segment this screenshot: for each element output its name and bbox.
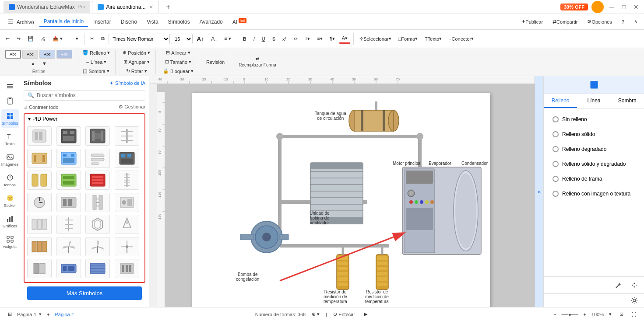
font-size-select[interactable]: 16: [171, 34, 193, 44]
size-button[interactable]: ⊡ Tamaño ▾: [162, 58, 194, 66]
sidebar-item-text[interactable]: T Texto: [1, 130, 19, 149]
symbol-1[interactable]: [27, 126, 52, 146]
symbol-8[interactable]: [115, 149, 139, 168]
fullscreen-button[interactable]: ⛶: [629, 311, 639, 318]
style-box-1[interactable]: Abc: [5, 50, 21, 59]
copy-button[interactable]: ⧉: [98, 34, 108, 43]
style-box-4[interactable]: Abc: [56, 50, 72, 59]
fill-option-gradient[interactable]: Relleno degradado: [549, 143, 639, 155]
decrease-font-button[interactable]: A↓: [208, 34, 220, 44]
library-header[interactable]: ▾ PID Power: [25, 114, 144, 124]
panel-settings-button[interactable]: [628, 296, 640, 305]
symbol-13[interactable]: [27, 193, 52, 212]
shadow-button[interactable]: ◫ Sombra ▾: [80, 67, 112, 75]
undo-button[interactable]: ↩: [3, 34, 13, 43]
list-button[interactable]: ≡▾: [314, 34, 325, 43]
symbol-2[interactable]: [56, 126, 81, 146]
menu-diseno[interactable]: Diseño: [116, 17, 141, 27]
select-button[interactable]: ⊹ Seleccionar ▾: [356, 34, 394, 43]
discount-badge[interactable]: 30% OFF: [560, 3, 588, 10]
sidebar-item-images[interactable]: Imágenes: [1, 150, 19, 169]
symbol-6[interactable]: [56, 149, 81, 168]
menu-ai[interactable]: Al hot: [228, 17, 251, 27]
zoom-in-button[interactable]: +: [581, 311, 588, 318]
fill-option-solid[interactable]: Relleno sólido: [549, 129, 639, 140]
italic-button[interactable]: I: [250, 35, 258, 43]
tab-linea[interactable]: Línea: [577, 94, 610, 108]
move-button[interactable]: [628, 280, 640, 290]
group-button[interactable]: ⊞ Agrupar ▾: [121, 58, 152, 66]
style-box-3[interactable]: Abc: [39, 50, 55, 59]
symbol-20[interactable]: [115, 215, 139, 234]
collapse-all-button[interactable]: ⊿ Contraer todo: [24, 104, 58, 110]
symbol-17[interactable]: [27, 215, 52, 234]
sidebar-item-expand[interactable]: [1, 80, 19, 93]
rotate-button[interactable]: ↻ Rotar ▾: [123, 67, 150, 75]
font-family-select[interactable]: Times New Roman: [109, 34, 170, 44]
superscript-button[interactable]: x²: [279, 35, 289, 43]
print-button[interactable]: 🖨: [38, 35, 49, 43]
publish-button[interactable]: ✈ Publicar: [518, 17, 546, 26]
menu-insertar[interactable]: Insertar: [89, 17, 116, 27]
symbol-18[interactable]: [56, 215, 81, 234]
export-button[interactable]: 📤 ▾: [49, 34, 66, 43]
fill-option-image[interactable]: Relleno con imagen o textura: [549, 188, 639, 199]
shape-button[interactable]: □ Forma ▾: [395, 34, 421, 43]
menu-avanzado[interactable]: Avanzado: [195, 17, 227, 27]
symbol-15[interactable]: [85, 193, 110, 212]
symbol-11[interactable]: [85, 171, 110, 190]
symbol-14[interactable]: [56, 193, 81, 212]
more-symbols-button[interactable]: Más Símbolos: [27, 286, 142, 300]
zoom-dropdown-button[interactable]: ▾: [606, 310, 614, 318]
sidebar-item-clipboard[interactable]: [1, 94, 19, 108]
tab-relleno[interactable]: Relleno: [544, 94, 577, 108]
paragraph-button[interactable]: ¶▾: [327, 34, 338, 43]
magic-wand-button[interactable]: [612, 280, 625, 290]
page-dropdown-icon[interactable]: ▾: [39, 311, 42, 317]
align-shapes-button[interactable]: ⊟ Alinear ▾: [163, 49, 193, 57]
add-page-button[interactable]: +: [44, 311, 52, 318]
symbol-12[interactable]: [115, 171, 139, 190]
symbol-24[interactable]: [115, 237, 139, 256]
styles-up-button[interactable]: ▲: [28, 59, 38, 67]
tab-diagram[interactable]: Aire acondiona... ✕: [92, 1, 159, 13]
sidebar-item-templates[interactable]: Símbolos: [1, 109, 19, 128]
fit-page-button[interactable]: ⊡: [617, 310, 626, 318]
tab-sombra[interactable]: Sombra: [611, 94, 644, 108]
menu-vista[interactable]: Vista: [142, 17, 162, 27]
sidebar-item-icons[interactable]: Iconos: [1, 171, 19, 190]
lock-button[interactable]: 🔒 Bloquear ▾: [160, 67, 196, 75]
tab-edrawmax[interactable]: Wondershare EdrawMax Pro: [4, 1, 90, 13]
symbol-19[interactable]: [85, 215, 110, 234]
fill-option-solid-gradient[interactable]: Relleno sólido y degradado: [549, 158, 639, 170]
manage-button[interactable]: ⚙ Gestionar: [119, 104, 145, 110]
focus-label[interactable]: ⊙ Enfocar: [331, 310, 358, 318]
symbol-27[interactable]: [85, 259, 110, 278]
collapse-ribbon-button[interactable]: ∧: [631, 17, 640, 26]
symbol-26[interactable]: [56, 259, 81, 278]
menu-pantalla-inicio[interactable]: Pantalla de Inicio: [39, 17, 88, 27]
close-tab-icon[interactable]: ✕: [149, 4, 153, 10]
symbol-4[interactable]: [115, 126, 139, 146]
search-input[interactable]: [37, 92, 141, 98]
fill-option-pattern[interactable]: Relleno de trama: [549, 173, 639, 185]
text-button[interactable]: T Texto ▾: [422, 34, 445, 43]
new-tab-button[interactable]: +: [161, 1, 175, 13]
symbol-9[interactable]: [27, 171, 52, 190]
symbol-5[interactable]: [27, 149, 52, 168]
menu-archivo[interactable]: ☰ Archivo: [4, 17, 39, 27]
maximize-button[interactable]: □: [619, 3, 628, 11]
replace-shape-button[interactable]: ⇄ Reemplazar Forma: [235, 54, 280, 70]
sidebar-item-charts[interactable]: Gráficos: [1, 212, 19, 231]
line-button[interactable]: ─ Línea ▾: [83, 58, 109, 66]
style-box-2[interactable]: Abc: [22, 50, 38, 59]
minimize-button[interactable]: ─: [607, 3, 616, 11]
user-avatar[interactable]: [591, 1, 604, 13]
styles-down-button[interactable]: ▼: [39, 59, 49, 67]
strikethrough-button[interactable]: S: [269, 35, 278, 43]
zoom-out-button[interactable]: −: [551, 311, 559, 318]
zoom-slider[interactable]: ──●──: [562, 312, 578, 317]
more-clipboard-button[interactable]: ⋮ ▾: [67, 34, 81, 43]
symbol-25[interactable]: [27, 259, 52, 278]
subscript-button[interactable]: x₂: [290, 34, 301, 43]
